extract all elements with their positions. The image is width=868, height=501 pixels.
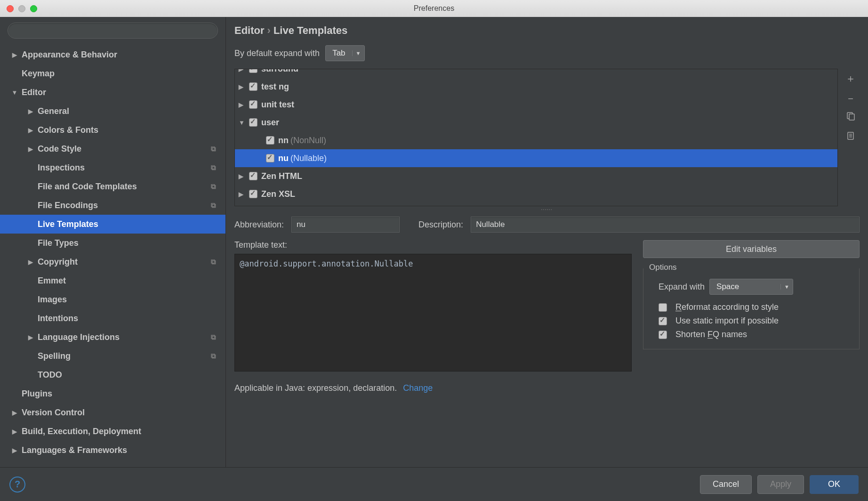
cancel-button[interactable]: Cancel [700,475,752,494]
shorten-fq-checkbox-row[interactable]: Shorten FQ names [659,330,852,339]
template-item-zen-xsl[interactable]: ▶Zen XSL [235,185,837,203]
chevron-down-icon: ▼ [352,50,364,56]
disclosure-arrow-icon: ▶ [11,447,18,454]
disclosure-arrow-icon: ▶ [27,145,34,153]
sidebar-item-code-style[interactable]: ▶Code Style⧉ [0,139,225,158]
abbreviation-label: Abbreviation: [234,220,284,230]
paste-template-button[interactable] [844,131,857,144]
profile-icon: ⧉ [211,352,216,360]
sidebar-item-images[interactable]: Images [0,290,225,309]
sidebar-item-label: Editor [22,88,46,97]
template-tree[interactable]: ▶surround▶test ng▶unit test▼usernn (NonN… [234,69,838,206]
sidebar-item-label: Intentions [38,314,78,323]
sidebar-item-general[interactable]: ▶General [0,102,225,121]
disclosure-arrow-icon: ▶ [239,101,246,108]
reformat-checkbox-row[interactable]: Reformat according to style [659,302,852,312]
profile-icon: ⧉ [211,163,216,172]
template-item-unit-test[interactable]: ▶unit test [235,96,837,113]
template-text-input[interactable]: @android.support.annotation.Nullable [234,254,632,372]
sidebar-item-keymap[interactable]: Keymap [0,64,225,83]
template-item-label: surround [261,69,298,74]
checkbox-icon [659,303,667,312]
profile-icon: ⧉ [211,145,216,153]
disclosure-arrow-icon: ▶ [239,173,246,180]
add-template-button[interactable]: ＋ [844,72,857,85]
sidebar-item-todo[interactable]: TODO [0,365,225,384]
copy-template-button[interactable] [844,111,857,124]
disclosure-arrow-icon: ▶ [239,191,246,198]
sidebar-item-label: Language Injections [38,332,120,342]
minimize-window-button[interactable] [18,5,25,12]
checkbox-icon[interactable] [249,82,257,91]
remove-template-button[interactable]: － [844,91,857,105]
sidebar-item-appearance-behavior[interactable]: ▶Appearance & Behavior [0,45,225,64]
checkbox-icon [659,317,667,325]
sidebar-item-live-templates[interactable]: Live Templates [0,215,225,234]
checkbox-icon[interactable] [249,190,257,198]
sidebar-item-plugins[interactable]: Plugins [0,384,225,403]
sidebar-item-file-and-code-templates[interactable]: File and Code Templates⧉ [0,177,225,196]
disclosure-arrow-icon: ▶ [27,127,34,134]
checkbox-icon[interactable] [249,69,257,73]
window-title: Preferences [0,4,868,13]
template-item-label: Zen HTML [261,171,302,181]
sidebar-item-label: File Encodings [38,201,98,210]
help-button[interactable]: ? [9,477,25,493]
sidebar-item-copyright[interactable]: ▶Copyright⧉ [0,252,225,271]
description-label: Description: [418,220,463,230]
checkbox-icon [659,331,667,339]
disclosure-arrow-icon: ▶ [27,334,34,341]
sidebar-item-colors-fonts[interactable]: ▶Colors & Fonts [0,121,225,139]
sidebar-item-file-types[interactable]: File Types [0,234,225,252]
disclosure-arrow-icon: ▶ [11,409,18,416]
sidebar-item-label: Code Style [38,144,81,154]
sidebar-item-inspections[interactable]: Inspections⧉ [0,158,225,177]
template-item-label: nu [278,154,289,163]
sidebar-item-label: Keymap [22,69,55,79]
template-item-label: test ng [261,82,289,92]
search-input[interactable] [8,23,218,39]
template-item-surround[interactable]: ▶surround [235,69,837,78]
checkbox-icon[interactable] [249,172,257,180]
maximize-window-button[interactable] [30,5,37,12]
edit-variables-button[interactable]: Edit variables [643,240,860,258]
applicable-contexts: Applicable in Java: expression, declarat… [234,383,860,393]
sidebar-item-spelling[interactable]: Spelling⧉ [0,347,225,365]
resizer-handle[interactable]: •••••• [234,208,860,211]
sidebar-item-label: Colors & Fonts [38,125,98,135]
options-group: Options Expand with Space ▼ Reformat acc… [643,268,860,349]
ok-button[interactable]: OK [810,475,859,494]
sidebar-item-label: Live Templates [38,219,98,229]
apply-button[interactable]: Apply [757,475,804,494]
sidebar-item-editor[interactable]: ▼Editor [0,83,225,102]
template-item-label: nn [278,136,289,145]
static-import-checkbox-row[interactable]: Use static import if possible [659,316,852,326]
close-window-button[interactable] [7,5,14,12]
abbreviation-input[interactable] [291,217,400,233]
sidebar-item-language-injections[interactable]: ▶Language Injections⧉ [0,328,225,347]
expand-default-select[interactable]: Tab ▼ [325,45,364,61]
titlebar: Preferences [0,0,868,17]
template-item-nn[interactable]: nn (NonNull) [235,131,837,149]
sidebar-item-build-execution-deployment[interactable]: ▶Build, Execution, Deployment [0,422,225,441]
change-contexts-link[interactable]: Change [403,383,433,393]
template-item-nu[interactable]: nu (Nullable) [235,149,837,167]
description-input[interactable] [471,217,860,233]
expand-with-select[interactable]: Space ▼ [709,279,793,295]
sidebar-item-emmet[interactable]: Emmet [0,271,225,290]
checkbox-icon[interactable] [249,100,257,109]
template-item-zen-html[interactable]: ▶Zen HTML [235,167,837,185]
sidebar-item-languages-frameworks[interactable]: ▶Languages & Frameworks [0,441,225,460]
sidebar-item-version-control[interactable]: ▶Version Control [0,403,225,422]
sidebar-item-label: File and Code Templates [38,182,137,192]
template-item-user[interactable]: ▼user [235,113,837,131]
sidebar-item-label: Version Control [22,408,85,418]
checkbox-icon[interactable] [249,118,257,127]
sidebar-item-file-encodings[interactable]: File Encodings⧉ [0,196,225,215]
checkbox-icon[interactable] [266,154,274,162]
sidebar-item-intentions[interactable]: Intentions [0,309,225,328]
breadcrumb: Editor›Live Templates [234,21,860,45]
profile-icon: ⧉ [211,333,216,341]
template-item-test-ng[interactable]: ▶test ng [235,78,837,96]
checkbox-icon[interactable] [266,136,274,145]
